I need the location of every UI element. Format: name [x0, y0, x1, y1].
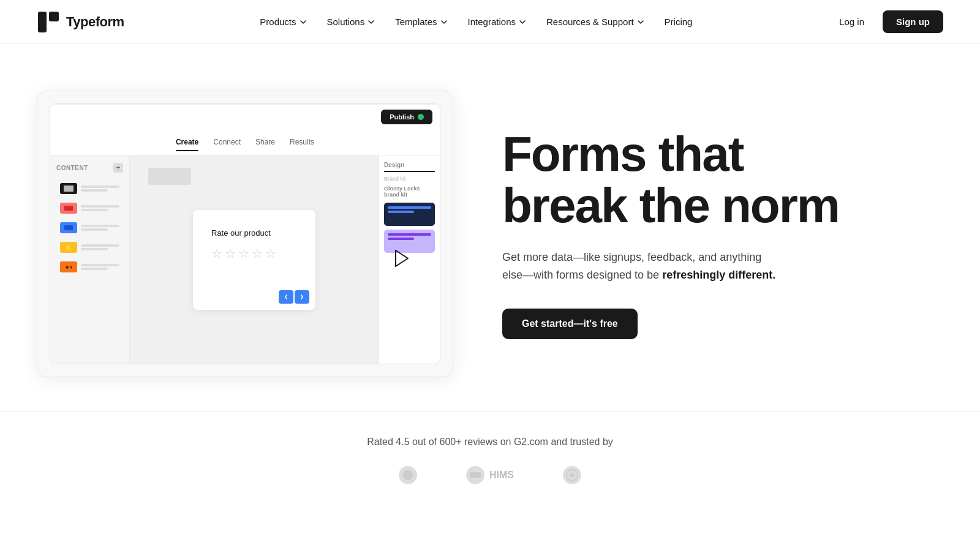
preview-play-icon[interactable] — [385, 243, 415, 276]
next-arrow-button[interactable] — [295, 290, 309, 304]
canvas-placeholder — [148, 168, 191, 185]
trust-text: Rated 4.5 out of 600+ reviews on G2.com … — [37, 437, 943, 448]
content-item-1[interactable] — [56, 180, 123, 197]
svg-rect-3 — [470, 472, 481, 478]
hero-section: Publish Create Connect Share Results Con… — [0, 44, 980, 411]
form-preview-card: Rate our product ☆ ☆ ☆ ☆ ☆ — [193, 210, 315, 310]
publish-button[interactable]: Publish — [381, 110, 432, 124]
trust-logo-icon-1 — [399, 466, 417, 484]
svg-point-2 — [403, 470, 413, 480]
navigation: Typeform Products Solutions Templates In… — [0, 0, 980, 44]
chevron-down-icon — [299, 18, 307, 26]
prev-arrow-button[interactable] — [279, 290, 293, 304]
sidebar-header: Content + — [56, 163, 123, 173]
nav-pricing[interactable]: Pricing — [656, 12, 701, 32]
trust-logos: HIMS — [37, 466, 943, 484]
nav-resources[interactable]: Resources & Support — [538, 12, 654, 32]
content-item-3[interactable] — [56, 219, 123, 236]
form-nav-arrows — [279, 290, 309, 304]
logo-icon — [37, 10, 60, 34]
hero-subtext: Get more data—like signups, feedback, an… — [502, 249, 784, 284]
sidebar-title: Content — [56, 165, 88, 171]
trust-logo-2: HIMS — [466, 466, 514, 484]
brand-kit-label: Brand kit — [384, 176, 435, 182]
hero-headline: Forms that break the norm — [502, 129, 858, 231]
nav-links: Products Solutions Templates Integration… — [251, 12, 701, 32]
tab-connect[interactable]: Connect — [213, 135, 241, 149]
nav-integrations[interactable]: Integrations — [459, 12, 535, 32]
add-content-button[interactable]: + — [113, 163, 123, 173]
nav-solutions[interactable]: Solutions — [318, 12, 385, 32]
kit-name: Glossy Locks brand kit — [384, 186, 435, 198]
tab-results[interactable]: Results — [290, 135, 314, 149]
trust-logo-icon-3 — [563, 466, 581, 484]
design-tab-label: Design — [384, 162, 435, 172]
content-item-2[interactable] — [56, 200, 123, 217]
svg-rect-0 — [38, 12, 47, 32]
chevron-down-icon — [440, 18, 448, 26]
form-canvas: Rate our product ☆ ☆ ☆ ☆ ☆ — [130, 156, 379, 364]
content-item-5[interactable]: ★4 — [56, 258, 123, 276]
star-rating[interactable]: ☆ ☆ ☆ ☆ ☆ — [211, 246, 297, 261]
dark-swatch[interactable] — [384, 203, 435, 226]
publish-bar: Publish — [50, 104, 440, 129]
brand-name: Typeform — [66, 14, 124, 30]
form-question-title: Rate our product — [211, 228, 297, 238]
product-screenshot: Publish Create Connect Share Results Con… — [37, 91, 453, 377]
nav-products[interactable]: Products — [251, 12, 315, 32]
publish-status-dot — [418, 114, 424, 120]
chevron-down-icon — [636, 18, 645, 26]
trust-logo-1 — [399, 466, 417, 484]
chevron-down-icon — [367, 18, 375, 26]
svg-rect-1 — [49, 12, 59, 21]
editor-mockup: Publish Create Connect Share Results Con… — [50, 103, 440, 364]
nav-actions: Log in Sign up — [828, 10, 943, 33]
cta-button[interactable]: Get started—it's free — [502, 309, 638, 339]
content-sidebar: Content + — [50, 156, 130, 364]
trust-logo-icon-2 — [466, 466, 484, 484]
editor-body: Content + — [50, 156, 440, 364]
content-item-4[interactable]: ⭐ — [56, 239, 123, 256]
login-button[interactable]: Log in — [828, 12, 875, 32]
brand-logo[interactable]: Typeform — [37, 10, 124, 34]
editor-tab-bar: Create Connect Share Results — [50, 129, 440, 156]
trust-logo-3 — [563, 466, 581, 484]
tab-share[interactable]: Share — [255, 135, 275, 149]
signup-button[interactable]: Sign up — [883, 10, 943, 33]
tab-create[interactable]: Create — [176, 135, 198, 149]
hero-text-block: Forms that break the norm Get more data—… — [502, 129, 858, 339]
nav-templates[interactable]: Templates — [386, 12, 456, 32]
trust-section: Rated 4.5 out of 600+ reviews on G2.com … — [0, 411, 980, 497]
chevron-down-icon — [518, 18, 527, 26]
